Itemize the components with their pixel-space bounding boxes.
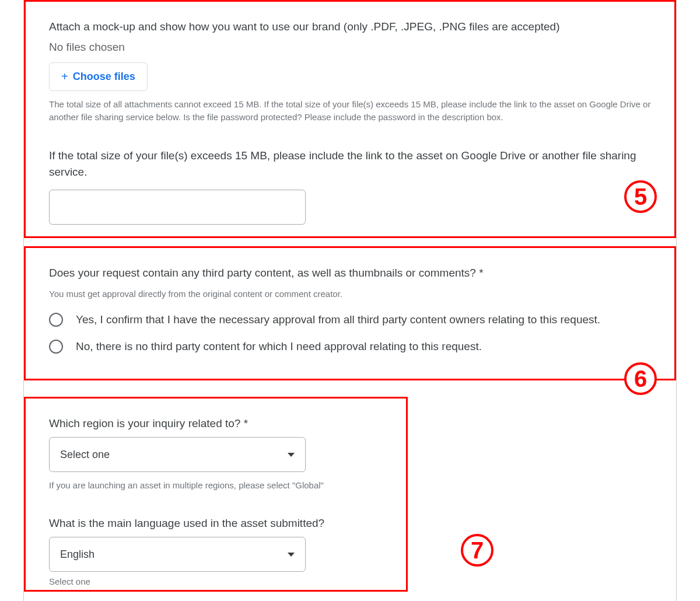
third-party-option-no-row[interactable]: No, there is no third party content for …	[49, 338, 651, 355]
third-party-question-label: Does your request contain any third part…	[49, 265, 651, 281]
attach-mockup-label: Attach a mock-up and show how you want t…	[49, 19, 651, 35]
attachment-size-helper: The total size of all attachments cannot…	[49, 98, 651, 124]
chevron-down-icon	[288, 553, 295, 557]
section-5-highlight: Attach a mock-up and show how you want t…	[24, 0, 676, 238]
language-select-value: English	[60, 548, 94, 561]
region-select[interactable]: Select one	[49, 437, 306, 472]
region-select-value: Select one	[60, 449, 110, 461]
no-files-chosen-text: No files chosen	[49, 41, 651, 54]
choose-files-button[interactable]: + Choose files	[49, 62, 148, 91]
chevron-down-icon	[288, 453, 295, 457]
language-question-label: What is the main language used in the as…	[49, 516, 383, 532]
third-party-option-yes-label: Yes, I confirm that I have the necessary…	[76, 312, 600, 329]
radio-icon[interactable]	[49, 313, 63, 327]
third-party-helper: You must get approval directly from the …	[49, 288, 651, 301]
section-6-highlight: Does your request contain any third part…	[24, 246, 676, 380]
annotation-badge-7: 7	[461, 534, 494, 567]
region-question-label: Which region is your inquiry related to?…	[49, 416, 383, 432]
annotation-badge-6: 6	[624, 362, 657, 395]
section-7-highlight: Which region is your inquiry related to?…	[24, 397, 408, 592]
radio-icon[interactable]	[49, 340, 63, 354]
language-helper: Select one	[49, 576, 383, 586]
language-select[interactable]: English	[49, 537, 306, 572]
annotation-badge-5: 5	[624, 180, 657, 213]
plus-icon: +	[61, 70, 68, 83]
overflow-link-input[interactable]	[49, 190, 306, 225]
region-helper: If you are launching an asset in multipl…	[49, 479, 383, 492]
form-container: Attach a mock-up and show how you want t…	[23, 0, 677, 601]
third-party-option-no-label: No, there is no third party content for …	[76, 338, 482, 355]
overflow-link-label: If the total size of your file(s) exceed…	[49, 148, 651, 181]
third-party-option-yes-row[interactable]: Yes, I confirm that I have the necessary…	[49, 312, 651, 329]
choose-files-button-label: Choose files	[73, 71, 135, 83]
